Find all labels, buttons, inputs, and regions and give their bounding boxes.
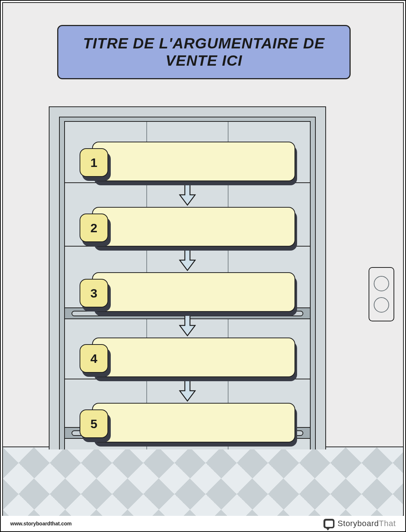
title-text: TITRE DE L'ARGUMENTAIRE DE VENTE ICI <box>69 35 339 69</box>
template-page: TITRE DE L'ARGUMENTAIRE DE VENTE ICI <box>0 0 406 532</box>
title-box[interactable]: TITRE DE L'ARGUMENTAIRE DE VENTE ICI <box>57 25 351 79</box>
elevator-frame: 1 2 <box>49 106 326 449</box>
elevator-up-button[interactable] <box>374 276 389 291</box>
step-number: 2 <box>80 214 108 242</box>
step-number: 1 <box>80 148 108 177</box>
step-number: 4 <box>80 344 108 373</box>
step-row: 1 <box>80 142 295 181</box>
step-row: 2 <box>80 207 295 247</box>
arrow-down-icon <box>179 313 196 336</box>
elevator-cab: 1 2 <box>64 121 311 449</box>
step-number: 5 <box>80 409 108 438</box>
steps-container: 1 2 <box>80 142 295 442</box>
step-card[interactable] <box>92 207 295 247</box>
scene: TITRE DE L'ARGUMENTAIRE DE VENTE ICI <box>2 2 404 530</box>
step-row: 5 <box>80 403 295 442</box>
step-row: 3 <box>80 272 295 312</box>
elevator-inner-frame: 1 2 <box>59 117 316 449</box>
elevator-down-button[interactable] <box>374 297 389 313</box>
step-number: 3 <box>80 279 108 307</box>
arrow-down-icon <box>179 182 196 206</box>
speech-bubble-icon <box>323 519 334 528</box>
step-card[interactable] <box>92 403 295 442</box>
arrow-down-icon <box>179 248 196 271</box>
brand[interactable]: StoryboardThat <box>323 519 396 528</box>
step-card[interactable] <box>92 338 295 377</box>
elevator-call-panel <box>369 267 394 321</box>
footer: www.storyboardthat.com StoryboardThat <box>1 516 405 531</box>
step-row: 4 <box>80 338 295 377</box>
brand-text: StoryboardThat <box>337 519 396 528</box>
arrow-down-icon <box>179 378 196 402</box>
footer-url[interactable]: www.storyboardthat.com <box>10 521 72 526</box>
step-card[interactable] <box>92 272 295 312</box>
step-card[interactable] <box>92 142 295 181</box>
